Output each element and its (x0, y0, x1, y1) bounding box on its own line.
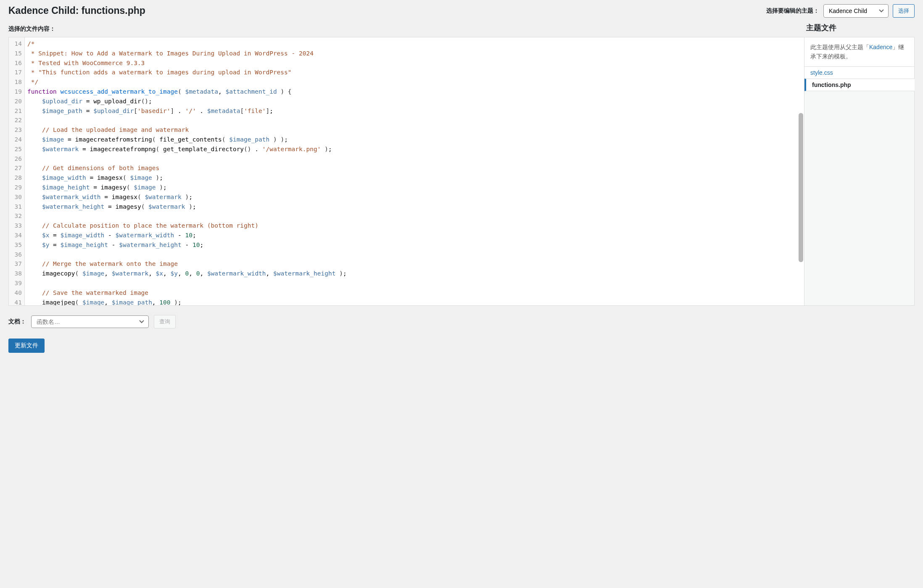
code-line[interactable]: * Tested with WooCommerce 9.3.3 (27, 58, 804, 68)
line-number: 21 (11, 106, 22, 116)
code-line[interactable] (27, 116, 804, 125)
line-number: 36 (11, 250, 22, 260)
line-number: 38 (11, 269, 22, 278)
code-line[interactable]: $upload_dir = wp_upload_dir(); (27, 97, 804, 106)
line-number: 41 (11, 298, 22, 306)
code-line[interactable]: // Load the uploaded image and watermark (27, 125, 804, 135)
scrollbar-thumb[interactable] (799, 113, 803, 262)
file-content-label: 选择的文件内容： (8, 25, 55, 33)
code-line[interactable]: // Save the watermarked image (27, 288, 804, 298)
line-number: 25 (11, 144, 22, 154)
code-line[interactable] (27, 250, 804, 260)
code-line[interactable]: $image_width = imagesx( $image ); (27, 173, 804, 183)
theme-files-heading: 主题文件 (804, 23, 915, 33)
line-number: 37 (11, 259, 22, 269)
line-number: 27 (11, 163, 22, 173)
select-theme-button[interactable]: 选择 (893, 4, 915, 18)
code-line[interactable] (27, 154, 804, 164)
code-line[interactable]: $y = $image_height - $watermark_height -… (27, 240, 804, 250)
code-line[interactable]: // Calculate position to place the water… (27, 221, 804, 231)
update-file-button[interactable]: 更新文件 (8, 339, 45, 353)
line-number: 31 (11, 202, 22, 212)
page-title: Kadence Child: functions.php (8, 5, 145, 17)
line-number: 22 (11, 116, 22, 125)
code-line[interactable]: // Get dimensions of both images (27, 163, 804, 173)
code-textarea[interactable]: /* * Snippet: How to Add a Watermark to … (25, 37, 804, 305)
code-editor[interactable]: 1415161718192021222324252627282930313233… (8, 37, 804, 306)
line-number: 32 (11, 211, 22, 221)
code-line[interactable]: $image_path = $upload_dir['basedir'] . '… (27, 106, 804, 116)
docs-label: 文档： (8, 318, 26, 326)
code-line[interactable]: imagejpeg( $image, $image_path, 100 ); (27, 298, 804, 305)
code-line[interactable]: * Snippet: How to Add a Watermark to Ima… (27, 49, 804, 58)
file-list: style.cssfunctions.php (804, 67, 914, 91)
code-line[interactable]: $image_height = imagesy( $image ); (27, 183, 804, 192)
line-number: 15 (11, 49, 22, 58)
line-number: 20 (11, 97, 22, 106)
docs-lookup-button[interactable]: 查询 (154, 315, 176, 328)
code-line[interactable]: $x = $image_width - $watermark_width - 1… (27, 231, 804, 240)
code-line[interactable]: // Merge the watermark onto the image (27, 259, 804, 269)
line-number: 30 (11, 192, 22, 202)
line-number: 40 (11, 288, 22, 298)
line-number: 26 (11, 154, 22, 164)
line-number: 28 (11, 173, 22, 183)
code-line[interactable]: */ (27, 77, 804, 87)
line-number: 19 (11, 87, 22, 97)
theme-files-sidebar: 此主题使用从父主题「Kadence」继承下来的模板。 style.cssfunc… (804, 37, 915, 306)
line-number: 29 (11, 183, 22, 192)
code-line[interactable]: $watermark = imagecreatefrompng( get_tem… (27, 144, 804, 154)
line-number: 39 (11, 278, 22, 288)
code-line[interactable]: * "This function adds a watermark to ima… (27, 68, 804, 77)
line-number-gutter: 1415161718192021222324252627282930313233… (9, 37, 25, 305)
line-number: 17 (11, 68, 22, 77)
code-line[interactable]: /* (27, 39, 804, 49)
theme-selector: 选择要编辑的主题： Kadence Child 选择 (766, 4, 915, 18)
line-number: 24 (11, 135, 22, 144)
line-number: 16 (11, 58, 22, 68)
code-line[interactable]: imagecopy( $image, $watermark, $x, $y, 0… (27, 269, 804, 278)
code-line[interactable]: $watermark_height = imagesy( $watermark … (27, 202, 804, 212)
theme-select[interactable]: Kadence Child (823, 4, 889, 18)
file-item-functions-php[interactable]: functions.php (804, 79, 915, 91)
code-line[interactable]: $watermark_width = imagesx( $watermark )… (27, 192, 804, 202)
line-number: 35 (11, 240, 22, 250)
code-line[interactable] (27, 211, 804, 221)
line-number: 23 (11, 125, 22, 135)
file-item-style-css[interactable]: style.css (804, 67, 914, 79)
theme-selector-label: 选择要编辑的主题： (766, 7, 819, 15)
line-number: 34 (11, 231, 22, 240)
parent-theme-note: 此主题使用从父主题「Kadence」继承下来的模板。 (804, 37, 914, 67)
code-line[interactable] (27, 278, 804, 288)
docs-function-select[interactable]: 函数名… (31, 315, 149, 328)
code-line[interactable]: $image = imagecreatefromstring( file_get… (27, 135, 804, 144)
line-number: 14 (11, 39, 22, 49)
scrollbar-track[interactable] (799, 38, 803, 304)
code-line[interactable]: function wcsuccess_add_watermark_to_imag… (27, 87, 804, 97)
line-number: 18 (11, 77, 22, 87)
line-number: 33 (11, 221, 22, 231)
parent-theme-link[interactable]: Kadence (869, 44, 892, 50)
